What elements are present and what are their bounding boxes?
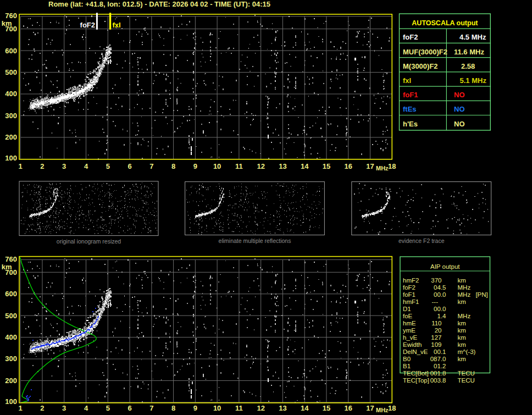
svg-text:AIP output: AIP output (430, 263, 460, 270)
svg-text:20: 20 (435, 327, 442, 334)
svg-text:400: 400 (5, 333, 17, 341)
svg-text:km: km (458, 320, 466, 327)
svg-text:00.0: 00.0 (434, 306, 446, 312)
svg-text:300: 300 (5, 355, 17, 363)
svg-text:13: 13 (279, 404, 286, 412)
svg-text:foF2: foF2 (403, 33, 418, 41)
svg-text:2.58: 2.58 (461, 62, 475, 70)
svg-text:11: 11 (235, 404, 243, 412)
svg-text:NO: NO (454, 120, 465, 128)
svg-text:14: 14 (301, 162, 309, 170)
svg-text:00.0: 00.0 (434, 291, 446, 298)
svg-text:5: 5 (106, 162, 110, 170)
svg-text:NO: NO (454, 105, 465, 113)
svg-text:10: 10 (213, 404, 221, 412)
svg-text:4: 4 (84, 162, 88, 170)
svg-text:1.4: 1.4 (437, 313, 447, 319)
svg-text:1: 1 (19, 404, 23, 412)
svg-text:16: 16 (345, 162, 352, 170)
svg-text:600: 600 (5, 47, 17, 55)
svg-text:200: 200 (5, 377, 17, 385)
svg-text:16: 16 (345, 404, 352, 412)
svg-text:200: 200 (5, 133, 17, 141)
svg-text:MHz: MHz (458, 284, 471, 291)
svg-text:370: 370 (431, 277, 441, 284)
svg-text:TEC[Top]: TEC[Top] (403, 377, 429, 384)
svg-text:17: 17 (366, 404, 374, 412)
svg-text:15: 15 (323, 162, 330, 170)
svg-text:hmE: hmE (403, 320, 416, 327)
svg-text:6: 6 (128, 404, 131, 412)
svg-text:evidence F2 trace: evidence F2 trace (398, 237, 445, 244)
svg-text:14: 14 (301, 404, 309, 412)
svg-text:003.8: 003.8 (430, 377, 446, 384)
svg-text:foF1: foF1 (403, 291, 415, 298)
svg-text:foF1: foF1 (403, 91, 418, 99)
svg-text:h'Es: h'Es (403, 120, 418, 128)
svg-text:13: 13 (279, 162, 286, 170)
svg-text:B0: B0 (403, 356, 411, 362)
svg-text:Rome (lat: +41.8, lon: 012.5): Rome (lat: +41.8, lon: 012.5) - DATE: 20… (48, 0, 270, 8)
svg-text:12: 12 (257, 404, 264, 412)
svg-text:2: 2 (40, 404, 44, 412)
svg-text:eliminate multiple reflections: eliminate multiple reflections (219, 237, 291, 244)
svg-text:km: km (458, 341, 466, 348)
svg-text:11: 11 (235, 162, 243, 170)
svg-text:hmF2: hmF2 (403, 277, 419, 284)
svg-text:00.1: 00.1 (434, 348, 446, 355)
svg-text:087.0: 087.0 (430, 356, 446, 362)
svg-text:700: 700 (5, 25, 17, 33)
svg-text:h_vE: h_vE (403, 334, 418, 341)
svg-text:9: 9 (193, 404, 197, 412)
svg-text:110: 110 (431, 320, 441, 327)
svg-text:04.5: 04.5 (434, 284, 446, 291)
svg-text:DelN_vE: DelN_vE (403, 348, 428, 355)
svg-text:1: 1 (19, 162, 23, 170)
svg-text:m^(-3): m^(-3) (458, 348, 476, 355)
svg-text:[PN]: [PN] (475, 291, 487, 298)
svg-text:MUF(3000)F2: MUF(3000)F2 (403, 48, 447, 56)
svg-text:01.2: 01.2 (434, 363, 446, 369)
svg-text:15: 15 (323, 404, 330, 412)
svg-text:5: 5 (106, 404, 110, 412)
svg-text:109: 109 (431, 341, 441, 348)
svg-text:TECU: TECU (458, 377, 475, 384)
svg-text:D1: D1 (403, 306, 411, 312)
svg-text:3: 3 (62, 404, 66, 412)
svg-text:ftEs: ftEs (403, 105, 417, 113)
svg-text:500: 500 (5, 312, 17, 320)
svg-text:MHz: MHz (376, 407, 389, 413)
svg-text:17: 17 (366, 162, 374, 170)
svg-text:km: km (458, 277, 466, 284)
svg-text:001.8: 001.8 (430, 370, 446, 377)
svg-text:hmF1: hmF1 (403, 298, 419, 305)
svg-text:18: 18 (388, 404, 396, 412)
svg-text:6: 6 (128, 162, 131, 170)
svg-text:foF2: foF2 (80, 21, 95, 29)
svg-text:4: 4 (84, 404, 88, 412)
svg-text:400: 400 (5, 90, 17, 98)
svg-text:100: 100 (5, 397, 17, 406)
svg-text:km: km (458, 334, 466, 341)
svg-text:foF2: foF2 (403, 284, 415, 291)
svg-text:5.1 MHz: 5.1 MHz (460, 76, 487, 85)
svg-text:TEC[Bot]: TEC[Bot] (403, 370, 429, 377)
svg-text:7: 7 (149, 404, 153, 412)
svg-text:MHz: MHz (458, 291, 471, 298)
svg-text:8: 8 (171, 162, 175, 170)
svg-text:foE: foE (403, 313, 413, 319)
svg-text:100: 100 (5, 154, 17, 162)
svg-text:fxI: fxI (113, 21, 121, 29)
svg-text:12: 12 (257, 162, 264, 170)
svg-text:700: 700 (5, 268, 17, 276)
svg-text:8: 8 (171, 404, 175, 412)
svg-text:AUTOSCALA output: AUTOSCALA output (412, 19, 478, 27)
svg-text:2: 2 (40, 162, 44, 170)
svg-text:km: km (458, 298, 466, 305)
svg-text:500: 500 (5, 68, 17, 76)
svg-text:ymE: ymE (403, 327, 415, 334)
svg-text:M(3000)F2: M(3000)F2 (403, 62, 438, 70)
svg-text:3: 3 (62, 162, 66, 170)
svg-text:---: --- (432, 298, 439, 305)
svg-text:MHz: MHz (458, 313, 471, 319)
